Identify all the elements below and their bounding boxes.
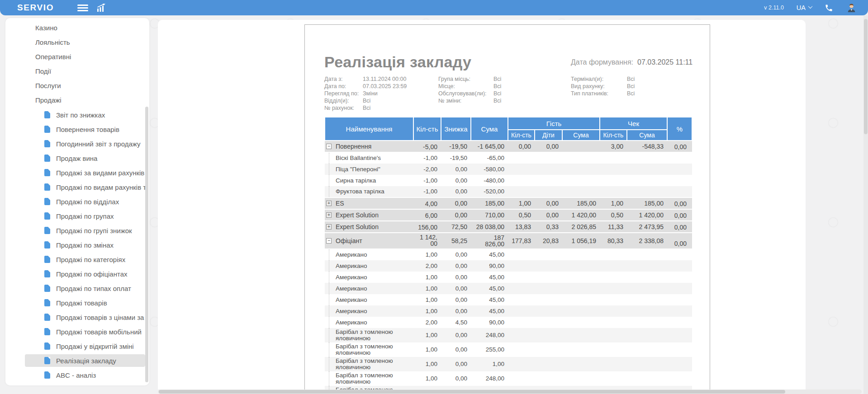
analytics-chart-icon[interactable] bbox=[96, 4, 106, 12]
row-cell: -1,00 bbox=[413, 152, 441, 164]
expand-icon[interactable]: + bbox=[326, 201, 332, 206]
sidebar-report-item[interactable]: Продажі товарів з цінами за bbox=[5, 310, 149, 324]
sidebar-report-item[interactable]: Продажі товарів bbox=[5, 296, 149, 310]
col-header-check-qty: Кіл-сть bbox=[600, 130, 627, 141]
sidebar-report-item[interactable]: Продажі по видам рахунків т bbox=[5, 180, 149, 194]
table-row: +Expert Solution156,0072,5028 038,0013,8… bbox=[325, 221, 692, 233]
row-cell: 45,00 bbox=[471, 294, 508, 305]
row-cell: 0,50 bbox=[508, 209, 535, 221]
param-value: Всі bbox=[493, 90, 501, 97]
sidebar-report-item[interactable]: Реалізація закладу bbox=[5, 353, 149, 368]
table-row: Фруктова тарілка-1,000,00-520,00 bbox=[325, 186, 692, 197]
language-switcher[interactable]: UA bbox=[797, 4, 812, 11]
row-name: Фруктова тарілка bbox=[336, 188, 384, 195]
sidebar-report-item[interactable]: Продажі у відкритій зміні bbox=[5, 339, 149, 353]
sidebar-report-item[interactable]: Повернення товарів bbox=[5, 122, 149, 136]
sidebar-report-item[interactable]: Звіт по знижках bbox=[5, 108, 149, 122]
document-icon bbox=[44, 169, 50, 176]
sidebar-report-item[interactable]: Продажі по змінах bbox=[5, 238, 149, 252]
report-label: Продаж вина bbox=[56, 155, 97, 162]
expand-icon[interactable]: + bbox=[326, 224, 332, 230]
sidebar-report-item[interactable]: Продажі по групах bbox=[5, 209, 149, 223]
sidebar-report-item[interactable]: Продажі по офіціантах bbox=[5, 267, 149, 281]
row-cell bbox=[562, 272, 600, 283]
param-value: Всі bbox=[493, 76, 501, 82]
sidebar-report-item[interactable]: Продажі за видами рахунків bbox=[5, 165, 149, 180]
row-cell bbox=[600, 328, 627, 342]
row-cell: 2,00 bbox=[413, 317, 441, 328]
sidebar-section[interactable]: Події bbox=[5, 64, 149, 79]
sidebar-report-item[interactable]: Продажі товарів мобільний bbox=[5, 324, 149, 339]
col-header-guest: Гість bbox=[508, 117, 600, 130]
param-row: Термінал(и):Всі bbox=[571, 75, 635, 83]
sidebar-section[interactable]: Казино bbox=[5, 21, 149, 35]
sidebar-report-item[interactable]: Погодинний звіт з продажу bbox=[5, 136, 149, 151]
sidebar-report-item[interactable]: Продажі по відділах bbox=[5, 194, 149, 209]
sidebar-scrollbar[interactable] bbox=[145, 22, 149, 382]
table-row: Віскі Ballantine's-1,00-19,50-65,00 bbox=[325, 152, 692, 164]
row-cell: 0,00 bbox=[508, 141, 535, 152]
generated-label: Дата формування: bbox=[571, 58, 633, 66]
document-icon bbox=[44, 357, 50, 364]
document-icon bbox=[44, 183, 50, 191]
row-cell bbox=[627, 317, 667, 328]
row-cell bbox=[667, 249, 692, 260]
row-cell: 187 826,00 bbox=[471, 233, 508, 249]
param-value: Всі bbox=[627, 83, 635, 89]
collapse-icon[interactable]: − bbox=[326, 238, 332, 244]
row-cell: 0,00 bbox=[535, 209, 562, 221]
window-vertical-scrollbar-thumb[interactable] bbox=[864, 19, 868, 134]
param-label: № зміни: bbox=[438, 97, 493, 104]
sidebar-scrollbar-thumb[interactable] bbox=[145, 107, 148, 382]
document-icon bbox=[44, 126, 50, 133]
document-icon bbox=[44, 256, 50, 263]
report-paper: Реалізація закладу Дата формування:07.03… bbox=[304, 24, 710, 389]
param-row: № рахунок:Всі bbox=[324, 104, 407, 112]
table-row: Барібал з томленою яловичиною1,000,00248… bbox=[325, 328, 692, 342]
sidebar-report-item[interactable]: ABC - аналіз bbox=[5, 368, 149, 382]
document-icon bbox=[44, 299, 50, 306]
row-cell: 72,50 bbox=[441, 221, 471, 233]
row-cell: 45,00 bbox=[471, 249, 508, 260]
row-cell bbox=[535, 357, 562, 371]
row-cell: 58,25 bbox=[441, 233, 471, 249]
row-cell: 0,00 bbox=[441, 283, 471, 294]
collapse-icon[interactable]: − bbox=[326, 144, 332, 149]
row-cell bbox=[508, 328, 535, 342]
param-row: Вид рахунку:Всі bbox=[571, 83, 635, 90]
expand-icon[interactable]: + bbox=[326, 212, 332, 218]
row-name: Американо bbox=[336, 296, 367, 303]
row-cell: 0,00 bbox=[441, 272, 471, 283]
hamburger-menu-icon[interactable] bbox=[77, 3, 88, 13]
row-cell bbox=[627, 305, 667, 317]
row-cell bbox=[600, 342, 627, 357]
row-cell bbox=[627, 294, 667, 305]
sidebar-section[interactable]: Лояльність bbox=[5, 35, 149, 50]
row-cell: 1,00 bbox=[471, 357, 508, 371]
sidebar-report-item[interactable]: Продажі по типах оплат bbox=[5, 281, 149, 296]
sidebar-report-item[interactable]: Продажі по категоріях bbox=[5, 252, 149, 267]
user-avatar-icon[interactable] bbox=[846, 2, 857, 14]
row-cell: 0,00 bbox=[441, 209, 471, 221]
horizontal-scrollbar-thumb[interactable] bbox=[159, 390, 785, 394]
table-row: Барібал з томленою яловичиною1,000,00255… bbox=[325, 342, 692, 357]
row-cell bbox=[508, 294, 535, 305]
sidebar-section[interactable]: Продажі bbox=[5, 93, 149, 108]
sidebar-section[interactable]: Оперативні bbox=[5, 50, 149, 64]
sidebar-section[interactable]: Послуги bbox=[5, 79, 149, 93]
row-cell bbox=[667, 386, 692, 389]
row-cell: 0,00 bbox=[441, 175, 471, 186]
sidebar-report-item[interactable]: Продажі по групі знижок bbox=[5, 223, 149, 238]
row-cell bbox=[562, 328, 600, 342]
row-cell bbox=[508, 260, 535, 272]
phone-icon[interactable] bbox=[825, 4, 833, 12]
row-cell bbox=[627, 328, 667, 342]
row-cell: 0,00 bbox=[667, 233, 692, 249]
row-cell: 1,00 bbox=[413, 249, 441, 260]
sidebar-report-item[interactable]: Продаж вина bbox=[5, 151, 149, 165]
top-bar: SERVIO v 2.11.0 UA bbox=[0, 0, 868, 15]
row-name-cell: Американо bbox=[325, 317, 413, 328]
row-name-cell: −Офіціант bbox=[325, 233, 413, 249]
window-vertical-scrollbar[interactable] bbox=[863, 15, 868, 394]
horizontal-scrollbar[interactable] bbox=[158, 389, 862, 394]
